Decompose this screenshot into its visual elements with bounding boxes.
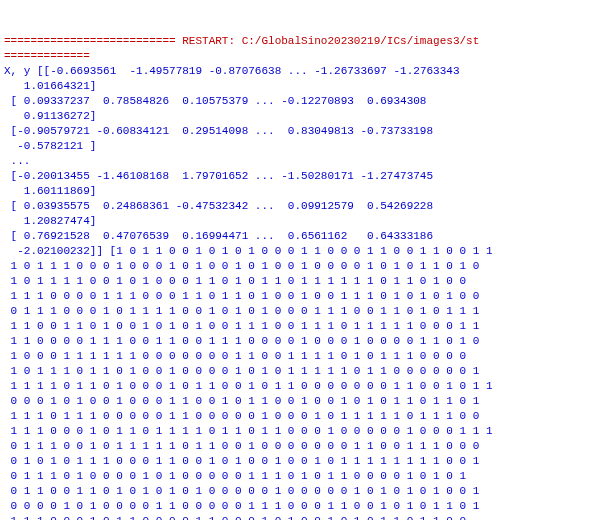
restart-line: ========================== RESTART: C:/G… bbox=[4, 35, 479, 47]
console-output: ========================== RESTART: C:/G… bbox=[4, 34, 599, 520]
print-output: X, y [[-0.6693561 -1.49577819 -0.8707663… bbox=[4, 65, 492, 520]
restart-separator: ============= bbox=[4, 50, 90, 62]
array-block: [[-0.6693561 -1.49577819 -0.87076638 ...… bbox=[4, 65, 492, 520]
